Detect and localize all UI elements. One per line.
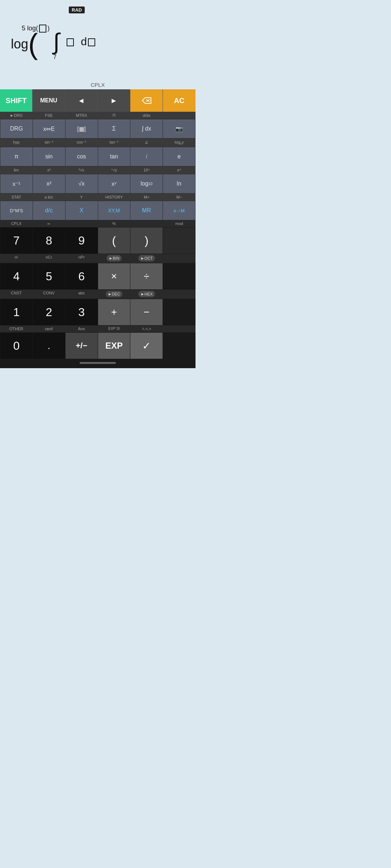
btn-divide[interactable]: ÷: [130, 263, 163, 289]
sub-nfact: n!: [0, 254, 33, 262]
btn-4[interactable]: 4: [0, 263, 33, 289]
num-row-1: 7 8 9 ( ): [0, 227, 196, 254]
pi-button[interactable]: π: [0, 147, 33, 166]
oct-pill[interactable]: ►OCT: [138, 255, 155, 261]
sub-inf: ∞: [33, 221, 65, 226]
xe-button[interactable]: x⇔E: [33, 119, 65, 138]
btn-multiply[interactable]: ×: [98, 263, 130, 289]
sub-xrty: ˣ√y: [98, 167, 130, 173]
backspace-button[interactable]: [130, 89, 163, 112]
tan-button[interactable]: tan: [98, 147, 130, 166]
rad-badge: RAD: [69, 7, 85, 13]
sub-empty2: [65, 221, 98, 226]
sub-ans: Ans: [65, 326, 98, 332]
xsq-button[interactable]: x²: [33, 174, 65, 193]
camera-button[interactable]: 📷: [163, 119, 195, 138]
sub-comparators: =,<,>: [130, 326, 163, 332]
sub-10x: 10ˣ: [130, 167, 163, 173]
e-button[interactable]: e: [163, 147, 195, 166]
mr-button[interactable]: MR: [130, 201, 163, 220]
sub-label-row-1: ►DRG FSE MTRX Π d/dx: [0, 112, 196, 119]
menu-button[interactable]: MENU: [33, 89, 65, 112]
dc-button[interactable]: d/c: [33, 201, 65, 220]
i-button[interactable]: i: [130, 147, 163, 166]
btn-plusminus[interactable]: +/−: [66, 333, 98, 359]
sub-label-row-2: hyp sin⁻¹ cos⁻¹ tan⁻¹ ∠ logxy: [0, 139, 196, 147]
sub-mod: mod: [163, 221, 196, 226]
btn-exp[interactable]: EXP: [98, 333, 130, 359]
sub-expsi: EXP SI: [98, 326, 130, 332]
sigma-button[interactable]: Σ: [98, 119, 130, 138]
xpowy-button[interactable]: xʸ: [98, 174, 130, 193]
sin-button[interactable]: sin: [33, 147, 65, 166]
btn-9[interactable]: 9: [66, 227, 98, 254]
bin-pill[interactable]: ►BIN: [106, 255, 121, 261]
sub-empty1: [163, 112, 196, 118]
btn-8[interactable]: 8: [33, 227, 65, 254]
drg-button[interactable]: DRG: [0, 119, 33, 138]
hex-pill[interactable]: ►HEX: [138, 291, 155, 297]
btn-dot[interactable]: .: [33, 333, 65, 359]
sub-label-row-4: STAT a b/c Y HISTORY M+ M−: [0, 193, 196, 201]
xym-button[interactable]: XY,M: [98, 201, 130, 220]
ln-button[interactable]: ln: [163, 174, 195, 193]
matrix-button[interactable]: [▦]: [66, 119, 98, 138]
sub-angle: ∠: [130, 139, 163, 146]
log-text: log: [11, 37, 28, 52]
sub-x3: x³: [33, 167, 65, 173]
btn-1[interactable]: 1: [0, 299, 33, 325]
sqrt-button[interactable]: √x: [66, 174, 98, 193]
sub-cos-inv: cos⁻¹: [65, 139, 98, 146]
func-row-2: π sin cos tan i e: [0, 147, 196, 166]
sub-cnst: CNST: [0, 290, 33, 298]
sub-conv: CONV: [33, 290, 65, 298]
btn-2[interactable]: 2: [33, 299, 65, 325]
svg-marker-0: [142, 98, 151, 103]
log10-button[interactable]: log10: [130, 174, 163, 193]
sub-mtrx: MTRX: [65, 112, 98, 118]
sub-lim: lim: [0, 167, 33, 173]
num-row-2: 4 5 6 × ÷: [0, 263, 196, 290]
sub-sin-inv: sin⁻¹: [33, 139, 65, 146]
func-row-3: x⁻¹ x² √x xʸ log10 ln: [0, 174, 196, 193]
sub-label-row-7: CNST CONV abs ►DEC ►HEX: [0, 290, 196, 299]
shift-button[interactable]: SHIFT: [0, 89, 33, 112]
btn-plus[interactable]: +: [98, 299, 130, 325]
x-button[interactable]: X: [66, 201, 98, 220]
sub-empty3: [130, 221, 163, 226]
sub-label-row-3: lim x³ ³√x ˣ√y 10ˣ eˣ: [0, 166, 196, 174]
xinv-button[interactable]: x⁻¹: [0, 174, 33, 193]
integral-button[interactable]: ∫ dx: [130, 119, 163, 138]
keyboard: SHIFT MENU ◄ ► AC ►DRG FSE MTRX Π d/dx D…: [0, 89, 196, 368]
arrow-right-button[interactable]: ►: [98, 89, 130, 112]
btn-minus[interactable]: −: [130, 299, 163, 325]
xstom-button[interactable]: x→M: [163, 201, 195, 220]
big-paren: (: [28, 30, 38, 59]
sub-y: Y: [65, 194, 98, 200]
btn-6[interactable]: 6: [66, 263, 98, 289]
num-row-4: 0 . +/− EXP ✓: [0, 332, 196, 359]
dms-button[interactable]: D°M′S: [0, 201, 33, 220]
d-expression: d: [66, 35, 96, 48]
sub-hex: ►HEX: [130, 290, 163, 298]
btn-5[interactable]: 5: [33, 263, 65, 289]
arrow-left-button[interactable]: ◄: [65, 89, 98, 112]
sub-other: OTHER: [0, 326, 33, 332]
dec-pill[interactable]: ►DEC: [106, 291, 122, 297]
sub-cplx: CPLX: [0, 221, 33, 226]
sub-ex: eˣ: [163, 167, 196, 173]
sub-empty6: [163, 326, 196, 332]
btn-0[interactable]: 0: [0, 333, 33, 359]
btn-rparen[interactable]: ): [130, 227, 163, 254]
sub-mminus: M−: [163, 194, 196, 200]
btn-enter[interactable]: ✓: [130, 333, 163, 359]
btn-lparen[interactable]: (: [98, 227, 130, 254]
sub-empty4: [163, 254, 196, 262]
btn-3[interactable]: 3: [66, 299, 98, 325]
cos-button[interactable]: cos: [66, 147, 98, 166]
btn-7[interactable]: 7: [0, 227, 33, 254]
sub-mplus: M+: [130, 194, 163, 200]
sub-pi: Π: [98, 112, 130, 118]
sub-percent: %: [98, 221, 130, 226]
ac-button[interactable]: AC: [163, 89, 196, 112]
